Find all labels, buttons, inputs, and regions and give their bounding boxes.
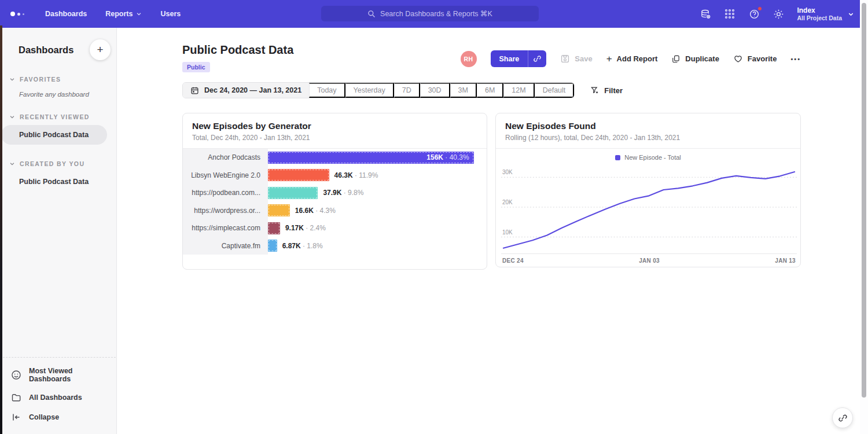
preset-12m[interactable]: 12M (503, 83, 534, 98)
bar-value-label: 156K · 40.3% (426, 153, 469, 161)
sidebar-section-label: FAVORITES (20, 76, 61, 83)
bar-category-label: https://podbean.com... (183, 184, 268, 202)
preset-yesterday[interactable]: Yesterday (345, 83, 394, 98)
save-icon (560, 54, 570, 64)
bar-value-label: 16.6K · 4.3% (295, 207, 336, 215)
sidebar-item-public-podcast-data[interactable]: Public Podcast Data (1, 125, 107, 145)
bar-value-label: 46.3K · 11.9% (334, 171, 378, 179)
duplicate-button[interactable]: Duplicate (671, 54, 719, 64)
bar-value-label: 6.87K · 1.8% (282, 242, 323, 250)
sidebar-footer: Most Viewed DashboardsAll DashboardsColl… (0, 357, 116, 434)
preset-6m[interactable]: 6M (477, 83, 503, 98)
settings-gear-icon[interactable] (773, 8, 784, 20)
table-row: Libsyn WebEngine 2.046.3K · 11.9% (183, 167, 487, 185)
nav-item-reports[interactable]: Reports (105, 10, 142, 18)
add-report-button[interactable]: + Add Report (606, 54, 658, 64)
folder-icon (11, 392, 21, 403)
legend-swatch (615, 155, 620, 160)
sidebar-item-public-podcast-data[interactable]: Public Podcast Data (0, 172, 116, 192)
filter-button[interactable]: Filter (590, 86, 623, 95)
bar-segment[interactable] (268, 169, 329, 181)
notification-dot (757, 6, 762, 11)
bar-value-label: 9.17K · 2.4% (285, 224, 326, 232)
x-tick-label: JAN 13 (775, 258, 796, 264)
project-selector[interactable]: Index All Project Data (797, 6, 854, 22)
share-button[interactable]: Share (491, 50, 547, 67)
favorite-button[interactable]: Favorite (733, 54, 777, 64)
sidebar-section-header[interactable]: RECENTLY VIEWED (0, 113, 116, 120)
bar-chart-title: New Episodes by Generator (192, 121, 477, 131)
chevron-down-icon (136, 11, 142, 17)
bar-segment[interactable] (268, 187, 318, 199)
calendar-icon (190, 86, 199, 95)
preset-3m[interactable]: 3M (450, 83, 477, 98)
public-badge: Public (182, 62, 210, 72)
app-window: DashboardsReportsUsers Search Dashboards… (0, 0, 868, 434)
table-row: Captivate.fm6.87K · 1.8% (183, 237, 487, 255)
bar-segment[interactable] (268, 204, 290, 216)
new-dashboard-button[interactable]: + (90, 39, 111, 60)
date-range-picker[interactable]: Dec 24, 2020 — Jan 13, 2021 (183, 83, 309, 98)
chevron-down-icon (9, 114, 15, 120)
search-placeholder: Search Dashboards & Reports ⌘K (380, 9, 492, 18)
avatar[interactable]: RH (461, 51, 477, 67)
bar-category-label: https://simplecast.com (183, 219, 268, 237)
bar-category-label: Anchor Podcasts (183, 149, 268, 167)
sidebar-footer-collapse[interactable]: Collapse (0, 407, 116, 427)
filter-icon (590, 86, 599, 95)
header-actions: RH Share Save + Add Report Dup (461, 50, 801, 67)
line-chart-title: New Episodes Found (505, 121, 791, 131)
sidebar-section-header[interactable]: FAVORITES (0, 76, 116, 83)
sidebar-footer-label: All Dashboards (29, 393, 82, 402)
scrollbar-thumb[interactable] (862, 3, 866, 398)
bar-track: 6.87K · 1.8% (268, 240, 487, 252)
table-row: https://podbean.com...37.9K · 9.8% (183, 184, 487, 202)
x-tick-label: DEC 24 (502, 258, 524, 264)
share-label[interactable]: Share (491, 50, 528, 67)
more-menu-button[interactable]: ••• (790, 56, 801, 62)
sidebar-section-header[interactable]: CREATED BY YOU (0, 160, 116, 167)
bar-category-label: https://wordpress.or... (183, 202, 268, 220)
app-logo[interactable] (10, 12, 30, 16)
bar-chart-plot: Anchor Podcasts156K · 40.3%Libsyn WebEng… (183, 149, 487, 261)
save-button[interactable]: Save (560, 54, 592, 64)
sidebar-footer-all-dashboards[interactable]: All Dashboards (0, 388, 116, 407)
bar-segment[interactable] (268, 240, 277, 252)
sidebar-title: Dashboards (19, 45, 73, 56)
bar-segment[interactable] (268, 222, 280, 234)
preset-today[interactable]: Today (309, 83, 345, 98)
search-input[interactable]: Search Dashboards & Reports ⌘K (321, 6, 539, 21)
bar-segment[interactable]: 156K · 40.3% (268, 152, 474, 164)
bar-track: 9.17K · 2.4% (268, 222, 487, 234)
bar-chart-subtitle: Total, Dec 24th, 2020 - Jan 13th, 2021 (192, 134, 477, 142)
help-icon[interactable] (748, 8, 760, 20)
table-row: https://wordpress.or...16.6K · 4.3% (183, 202, 487, 220)
heart-icon (733, 54, 743, 64)
apps-grid-icon[interactable] (724, 8, 735, 20)
nav-item-dashboards[interactable]: Dashboards (45, 10, 87, 18)
desktop-edge-strip (0, 25, 2, 434)
preset-7d[interactable]: 7D (394, 83, 420, 98)
legend-label: New Episode - Total (624, 154, 681, 161)
sidebar-footer-label: Most Viewed Dashboards (29, 367, 116, 383)
data-source-icon[interactable] (700, 8, 711, 20)
bar-category-label: Captivate.fm (183, 237, 268, 255)
line-series-path[interactable] (503, 172, 795, 248)
page-scrollbar[interactable] (860, 0, 868, 434)
share-link-icon[interactable] (528, 50, 546, 67)
nav-item-label: Users (160, 10, 181, 18)
nav-item-users[interactable]: Users (160, 10, 181, 18)
x-axis-labels: DEC 24JAN 03JAN 13 (501, 253, 797, 264)
project-scope: All Project Data (797, 14, 842, 22)
preset-default[interactable]: Default (535, 83, 575, 98)
preset-30d[interactable]: 30D (420, 83, 450, 98)
smiley-icon (11, 370, 21, 380)
project-name: Index (797, 6, 842, 14)
sidebar-footer-label: Collapse (29, 413, 59, 421)
link-icon (838, 413, 848, 423)
y-tick-label: 10K (502, 229, 513, 236)
line-chart-subtitle: Rolling (12 hours), total, Dec 24th, 202… (505, 134, 791, 142)
copy-link-fab[interactable] (832, 407, 853, 428)
main-content: Public Podcast Data Public RH Share Save… (117, 28, 860, 434)
sidebar-footer-most-viewed-dashboards[interactable]: Most Viewed Dashboards (0, 362, 116, 388)
